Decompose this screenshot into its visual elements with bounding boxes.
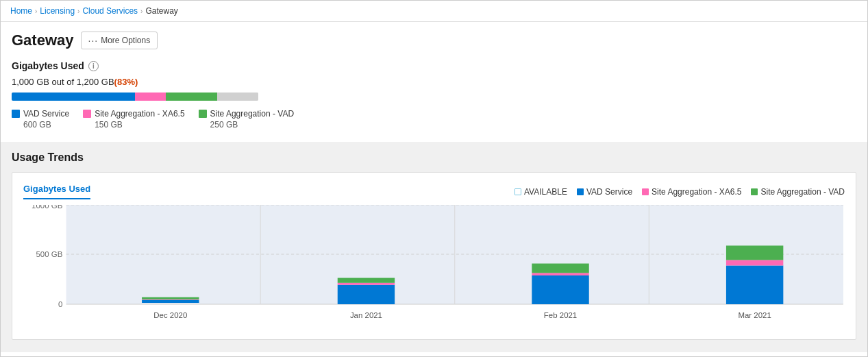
usage-trends-section: Usage Trends Gigabytes Used AVAILABLE VA… bbox=[1, 142, 867, 352]
legend-name-vad2: Site Aggregation - VAD bbox=[210, 109, 295, 119]
legend-dot-available bbox=[514, 188, 521, 195]
svg-text:Feb 2021: Feb 2021 bbox=[544, 311, 577, 319]
svg-rect-18 bbox=[338, 278, 395, 283]
chart-legend-xa: Site Aggregation - XA6.5 bbox=[642, 187, 741, 197]
legend-name-xa: Site Aggregation - XA6.5 bbox=[95, 109, 184, 119]
legend-value-vad: 600 GB bbox=[12, 120, 69, 130]
svg-rect-21 bbox=[532, 264, 588, 273]
breadcrumb-cloud-services[interactable]: Cloud Services bbox=[82, 6, 138, 16]
svg-rect-23 bbox=[726, 260, 783, 265]
chart-tab-gigabytes[interactable]: Gigabytes Used bbox=[23, 184, 90, 199]
top-section: Gateway ··· More Options Gigabytes Used … bbox=[1, 22, 867, 142]
legend-dot-vad bbox=[12, 110, 20, 118]
breadcrumb-sep-1: › bbox=[35, 8, 37, 15]
svg-rect-17 bbox=[338, 283, 395, 285]
svg-text:0: 0 bbox=[58, 300, 62, 308]
breadcrumb-sep-3: › bbox=[140, 8, 142, 15]
info-icon[interactable]: i bbox=[88, 61, 99, 71]
progress-vad bbox=[12, 93, 135, 101]
breadcrumb-sep-2: › bbox=[77, 8, 79, 15]
svg-text:Mar 2021: Mar 2021 bbox=[738, 311, 771, 319]
page-title: Gateway bbox=[12, 32, 74, 49]
chart-legend-label-vad2: Site Aggregation - VAD bbox=[760, 187, 845, 197]
usage-text: 1,000 GB out of 1,200 GB(83%) bbox=[12, 77, 856, 87]
svg-rect-15 bbox=[142, 297, 199, 299]
chart-legend-vad2: Site Aggregation - VAD bbox=[751, 187, 845, 197]
chart-legend-available: AVAILABLE bbox=[514, 187, 567, 197]
breadcrumb-licensing[interactable]: Licensing bbox=[40, 6, 75, 16]
legend-label-available: AVAILABLE bbox=[524, 187, 567, 197]
progress-xa bbox=[135, 93, 166, 101]
legend-item-vad2: Site Aggregation - VAD 250 GB bbox=[199, 109, 295, 130]
more-options-label: More Options bbox=[101, 36, 150, 45]
legend-item-vad: VAD Service 600 GB bbox=[12, 109, 69, 130]
chart-area: 1000 GB 500 GB 0 bbox=[23, 205, 845, 328]
breadcrumb-home[interactable]: Home bbox=[10, 6, 32, 16]
gigabytes-used-label: Gigabytes Used i bbox=[12, 60, 856, 71]
legend-label-xa: Site Aggregation - XA6.5 bbox=[83, 109, 184, 119]
svg-rect-20 bbox=[532, 273, 588, 275]
chart-legend-label-xa: Site Aggregation - XA6.5 bbox=[652, 187, 741, 197]
usage-numbers: 1,000 GB out of 1,200 GB bbox=[12, 77, 114, 87]
svg-rect-19 bbox=[532, 275, 588, 304]
progress-bar bbox=[12, 93, 258, 101]
svg-rect-22 bbox=[726, 265, 783, 304]
legend: VAD Service 600 GB Site Aggregation - XA… bbox=[12, 109, 856, 130]
page-wrapper: Home › Licensing › Cloud Services › Gate… bbox=[0, 0, 868, 357]
chart-card: Gigabytes Used AVAILABLE VAD Service Sit… bbox=[12, 172, 856, 340]
svg-text:500 GB: 500 GB bbox=[36, 250, 63, 258]
page-title-row: Gateway ··· More Options bbox=[12, 32, 856, 49]
breadcrumb: Home › Licensing › Cloud Services › Gate… bbox=[1, 1, 867, 22]
chart-legend-dot-vad bbox=[577, 188, 584, 195]
chart-legend-vad: VAD Service bbox=[577, 187, 632, 197]
svg-text:1000 GB: 1000 GB bbox=[32, 205, 62, 210]
chart-header: Gigabytes Used AVAILABLE VAD Service Sit… bbox=[23, 184, 845, 199]
svg-rect-24 bbox=[726, 245, 783, 260]
usage-percentage: (83%) bbox=[114, 77, 138, 87]
svg-text:Jan 2021: Jan 2021 bbox=[350, 311, 382, 319]
svg-text:Dec 2020: Dec 2020 bbox=[153, 311, 187, 319]
dots-icon: ··· bbox=[88, 35, 99, 46]
chart-legend-dot-xa bbox=[642, 188, 649, 195]
svg-rect-13 bbox=[142, 300, 199, 303]
chart-legend-dot-vad2 bbox=[751, 188, 758, 195]
legend-value-xa: 150 GB bbox=[83, 120, 184, 130]
svg-rect-16 bbox=[338, 285, 395, 304]
legend-dot-xa bbox=[83, 110, 91, 118]
usage-trends-title: Usage Trends bbox=[12, 151, 856, 164]
svg-rect-14 bbox=[142, 299, 199, 300]
chart-legend: AVAILABLE VAD Service Site Aggregation -… bbox=[514, 187, 845, 197]
progress-vad2 bbox=[166, 93, 217, 101]
progress-remaining bbox=[217, 93, 258, 101]
legend-value-vad2: 250 GB bbox=[199, 120, 295, 130]
chart-legend-label-vad: VAD Service bbox=[586, 187, 632, 197]
legend-label-vad2: Site Aggregation - VAD bbox=[199, 109, 295, 119]
legend-label-vad: VAD Service bbox=[12, 109, 69, 119]
chart-svg: 1000 GB 500 GB 0 bbox=[23, 205, 845, 325]
more-options-button[interactable]: ··· More Options bbox=[81, 32, 158, 49]
legend-name-vad: VAD Service bbox=[23, 109, 69, 119]
gigabytes-used-text: Gigabytes Used bbox=[12, 60, 84, 71]
legend-item-xa: Site Aggregation - XA6.5 150 GB bbox=[83, 109, 184, 130]
legend-dot-vad2 bbox=[199, 110, 207, 118]
breadcrumb-current: Gateway bbox=[145, 6, 177, 16]
